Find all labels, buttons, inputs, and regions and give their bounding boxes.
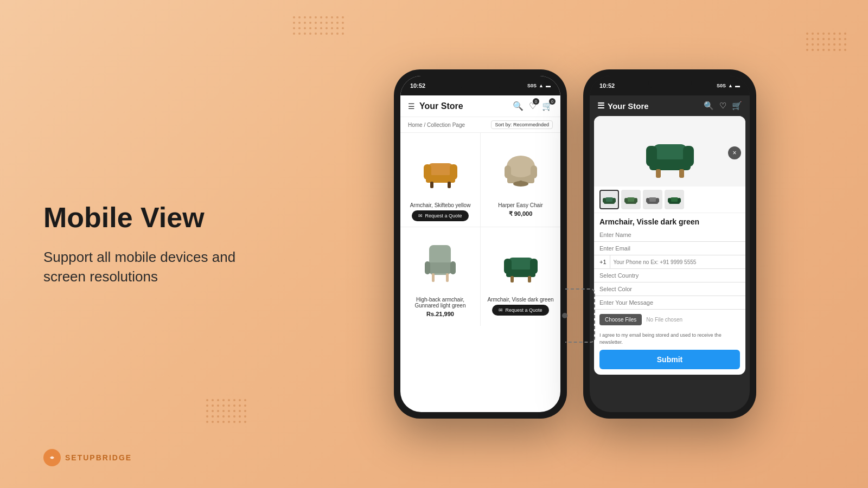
product-grid: Armchair, Skiftebo yellow ✉ Request a Qu… — [400, 133, 560, 326]
svg-rect-36 — [624, 198, 628, 203]
svg-rect-26 — [646, 146, 657, 166]
thumbnail-3[interactable] — [643, 190, 662, 209]
svg-rect-41 — [656, 198, 659, 203]
file-status: No File chosen — [646, 317, 682, 323]
logo-label: SETUPBRIDGE — [65, 453, 132, 462]
yellow-chair-svg — [416, 144, 465, 192]
svg-rect-45 — [678, 198, 681, 203]
phone-2-screen: 10:52 S0S ▲ ▬ ☰ Your Store 🔍 — [590, 76, 750, 412]
svg-rect-5 — [448, 182, 451, 188]
modal-thumbnails — [594, 187, 745, 213]
envelope-icon-4: ✉ — [499, 307, 503, 313]
phone-1-store-header: ☰ Your Store 🔍 ♡0 🛒0 — [400, 95, 560, 117]
dark-hamburger-icon[interactable]: ☰ — [597, 101, 604, 111]
product-card-2: Harper Easy Chair ₹ 90,000 — [481, 133, 560, 227]
product-card-3: High-back armchair, Gunnared light green… — [400, 227, 480, 326]
phone-1-screen: 10:52 S0S ▲ ▬ ☰ Your Store 🔍 — [400, 76, 560, 412]
phone-2-frame: 10:52 S0S ▲ ▬ ☰ Your Store 🔍 — [583, 69, 756, 419]
dark-cart-icon[interactable]: 🛒 — [732, 101, 742, 111]
svg-rect-17 — [446, 273, 449, 282]
svg-rect-40 — [646, 198, 649, 203]
modal-close-button[interactable]: × — [728, 146, 741, 159]
quote-btn-4[interactable]: ✉ Request a Quote — [492, 305, 548, 316]
search-icon[interactable]: 🔍 — [513, 101, 524, 111]
thumbnail-2[interactable] — [621, 190, 641, 209]
product-price-3: Rs.21,990 — [426, 311, 454, 317]
svg-rect-11 — [519, 181, 522, 185]
left-section: Mobile View Support all mobile devices a… — [0, 169, 282, 319]
logo-icon — [43, 449, 61, 466]
hamburger-icon[interactable]: ☰ — [408, 102, 415, 111]
dark-search-icon[interactable]: 🔍 — [704, 101, 714, 111]
dots-decoration-top-right — [806, 33, 846, 51]
svg-rect-14 — [425, 261, 430, 274]
svg-rect-21 — [530, 259, 538, 274]
product-price-2: ₹ 90,000 — [509, 210, 533, 217]
phone-input[interactable] — [614, 256, 740, 268]
cart-icon[interactable]: 🛒0 — [542, 101, 553, 111]
product-image-2 — [485, 138, 556, 198]
svg-rect-2 — [424, 164, 431, 179]
battery-icon-2: ▬ — [735, 83, 740, 88]
svg-rect-35 — [627, 197, 635, 202]
bottom-logo: SETUPBRIDGE — [43, 449, 132, 466]
phone-field-row: +1 — [594, 255, 745, 269]
country-input[interactable] — [594, 269, 745, 282]
phone-1-notch — [459, 76, 502, 90]
page-subtext: Support all mobile devices and screen re… — [43, 247, 239, 287]
phone-1-statusbar: 10:52 S0S ▲ ▬ — [400, 76, 560, 95]
phone-1-status-icons: S0S ▲ ▬ — [527, 83, 551, 88]
darkgreen-chair-svg — [496, 238, 545, 287]
color-input[interactable] — [594, 282, 745, 296]
modal-product-title: Armchair, Vissle dark green — [594, 213, 745, 228]
phone-2-status-icons: S0S ▲ ▬ — [717, 83, 740, 88]
lightgreen-chair-svg — [417, 235, 463, 290]
dark-wishlist-icon[interactable]: ♡ — [719, 101, 726, 111]
breadcrumb-bar: Home / Collection Page Sort by: Recommed… — [400, 117, 560, 133]
svg-rect-23 — [528, 276, 531, 282]
sort-dropdown[interactable]: Sort by: Recommednded — [491, 120, 553, 129]
wishlist-badge: 0 — [533, 98, 539, 105]
svg-rect-4 — [430, 182, 433, 188]
product-name-4: Armchair, Vissle dark green — [487, 297, 553, 303]
phone-2-time: 10:52 — [599, 82, 615, 89]
product-card-1: Armchair, Skiftebo yellow ✉ Request a Qu… — [400, 133, 480, 227]
product-image-1 — [405, 138, 476, 198]
message-input[interactable] — [594, 296, 745, 310]
svg-rect-31 — [605, 197, 614, 202]
svg-rect-13 — [427, 262, 453, 273]
svg-rect-15 — [450, 261, 456, 274]
product-name-1: Armchair, Skiftebo yellow — [410, 202, 471, 208]
svg-rect-39 — [648, 197, 657, 202]
thumbnail-1[interactable] — [599, 190, 619, 209]
svg-rect-1 — [428, 163, 453, 175]
thumbnail-4[interactable] — [665, 190, 684, 209]
svg-rect-37 — [634, 198, 637, 203]
quote-modal: Armchair, Vissle dark green +1 — [594, 116, 745, 375]
product-card-4: Armchair, Vissle dark green ✉ Request a … — [481, 227, 560, 326]
connector-dot — [562, 313, 567, 318]
submit-button[interactable]: Submit — [599, 350, 740, 369]
choose-files-button[interactable]: Choose Files — [599, 314, 642, 325]
quote-btn-1[interactable]: ✉ Request a Quote — [412, 210, 468, 221]
svg-rect-44 — [668, 198, 671, 203]
close-icon: × — [732, 149, 736, 157]
name-input[interactable] — [594, 228, 745, 242]
battery-icon: ▬ — [546, 83, 551, 88]
email-input[interactable] — [594, 242, 745, 255]
svg-rect-28 — [656, 169, 661, 178]
phone-1-time: 10:52 — [410, 82, 425, 89]
phone-2-store-header: ☰ Your Store 🔍 ♡ 🛒 — [590, 95, 750, 116]
svg-rect-16 — [432, 273, 435, 282]
svg-rect-19 — [508, 258, 533, 269]
svg-rect-8 — [505, 165, 511, 178]
wishlist-icon[interactable]: ♡0 — [529, 101, 537, 111]
modal-product-image — [594, 116, 745, 187]
wifi-icon-2: ▲ — [728, 83, 733, 88]
page-headline: Mobile View — [43, 202, 239, 234]
svg-rect-25 — [653, 144, 687, 159]
svg-rect-33 — [612, 198, 616, 203]
product-image-3 — [405, 233, 476, 292]
breadcrumb: Home / Collection Page — [408, 122, 465, 128]
modal-container: × — [590, 116, 750, 375]
